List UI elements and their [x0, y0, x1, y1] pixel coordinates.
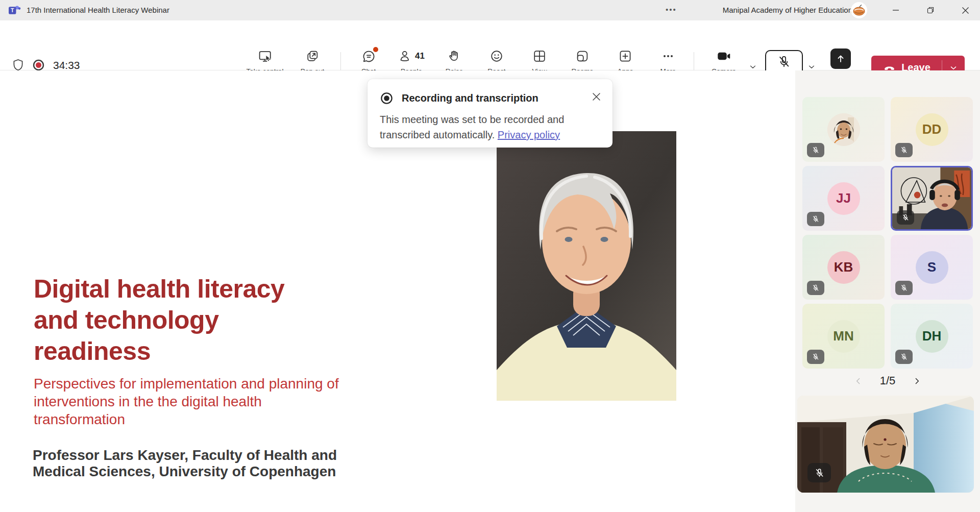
mic-muted-badge	[807, 350, 824, 364]
react-icon	[489, 48, 504, 64]
more-icon	[661, 48, 675, 64]
meeting-toolbar: 34:33 Take control Pop out	[0, 20, 980, 70]
close-button[interactable]	[953, 0, 977, 20]
participant-tile[interactable]: JJ	[802, 166, 885, 231]
meeting-timer: 34:33	[53, 59, 80, 71]
security-shield-icon	[11, 58, 25, 72]
mic-muted-badge	[895, 350, 913, 364]
participant-tile[interactable]: MN	[802, 304, 885, 369]
self-view-video[interactable]	[797, 396, 974, 493]
meeting-title: 17th International Health Literacy Webin…	[27, 0, 169, 20]
apps-icon	[618, 48, 632, 64]
minimize-button[interactable]	[884, 0, 908, 20]
people-count: 41	[415, 51, 425, 61]
privacy-policy-link[interactable]: Privacy policy	[498, 129, 560, 140]
mic-muted-badge	[807, 143, 824, 157]
pager-label: 1/5	[880, 374, 896, 387]
notification-title: Recording and transcription	[402, 92, 538, 104]
mic-muted-badge	[895, 281, 913, 295]
window-titlebar: T 17th International Health Literacy Web…	[0, 0, 980, 20]
participant-photo-avatar	[827, 113, 860, 146]
slide-author: Professor Lars Kayser, Faculty of Health…	[33, 447, 337, 480]
raise-hand-icon	[447, 48, 461, 64]
participant-tile[interactable]: DD	[891, 97, 973, 162]
recording-notification: Recording and transcription This meeting…	[368, 79, 612, 148]
participants-pager: 1/5	[795, 372, 980, 390]
org-name: Manipal Academy of Higher Education	[723, 0, 852, 20]
active-speaker-video-tile[interactable]	[891, 166, 973, 231]
participants-sidebar: DD JJ	[795, 70, 980, 512]
shared-content-stage: Digital health literacy and technology r…	[0, 70, 795, 512]
chat-activity-dot	[373, 47, 378, 52]
camera-icon	[716, 48, 731, 64]
participant-initials-avatar: S	[916, 251, 948, 284]
participant-initials-avatar: MN	[827, 320, 860, 353]
participant-tile[interactable]: S	[891, 235, 973, 300]
pop-out-icon	[305, 48, 320, 64]
presenter-portrait-photo	[497, 131, 676, 401]
participant-initials-avatar: DD	[916, 113, 948, 146]
mic-muted-badge	[807, 212, 824, 226]
mic-muted-badge	[807, 281, 824, 295]
participant-initials-avatar: KB	[827, 251, 860, 284]
share-icon	[830, 48, 851, 69]
people-icon	[398, 49, 412, 63]
pager-next-icon[interactable]	[910, 374, 924, 388]
titlebar-overflow-menu[interactable]: •••	[659, 0, 683, 19]
mic-muted-icon	[777, 55, 791, 69]
mic-muted-badge	[807, 463, 831, 482]
chat-icon	[361, 48, 376, 64]
svg-text:T: T	[11, 7, 14, 13]
restore-button[interactable]	[919, 0, 942, 20]
participant-tile[interactable]: DH	[891, 304, 973, 369]
view-icon	[532, 48, 547, 64]
teams-app-icon: T	[8, 4, 21, 17]
participant-initials-avatar: DH	[916, 320, 948, 353]
recording-indicator-icon	[32, 58, 45, 72]
pager-prev-icon[interactable]	[851, 374, 866, 388]
record-status-icon	[380, 91, 394, 105]
slide-title: Digital health literacy and technology r…	[34, 274, 284, 367]
mic-muted-badge	[897, 210, 914, 225]
participant-tile[interactable]	[802, 97, 885, 162]
notification-close-icon[interactable]	[589, 89, 603, 104]
org-logo	[850, 2, 868, 19]
mic-muted-badge	[895, 143, 913, 157]
participant-tile[interactable]: KB	[802, 235, 885, 300]
slide-subtitle: Perspectives for implementation and plan…	[34, 375, 339, 428]
participant-initials-avatar: JJ	[827, 182, 860, 215]
rooms-icon	[575, 48, 590, 64]
take-control-icon	[258, 48, 273, 64]
